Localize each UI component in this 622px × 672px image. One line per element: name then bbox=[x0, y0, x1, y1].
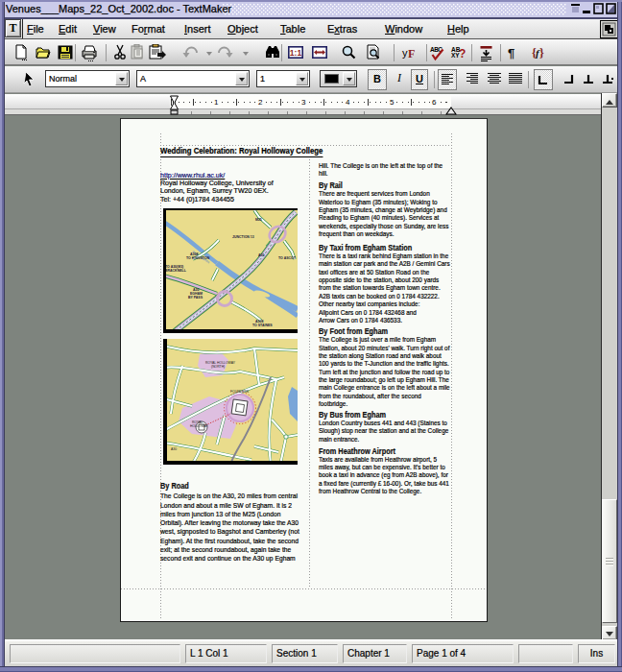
svg-text:TO KINGSTON: TO KINGSTON bbox=[186, 256, 210, 260]
svg-text:}: } bbox=[539, 46, 544, 60]
svg-text:BY PASS: BY PASS bbox=[188, 296, 203, 300]
svg-text:HOLLOWAY: HOLLOWAY bbox=[190, 424, 209, 428]
svg-text:JUNCTION 13: JUNCTION 13 bbox=[232, 235, 254, 239]
svg-text:TO STAINES: TO STAINES bbox=[252, 324, 273, 327]
svg-text:¶: ¶ bbox=[508, 46, 514, 60]
svg-text:M25: M25 bbox=[255, 218, 262, 222]
svg-text:FOUNDERS: FOUNDERS bbox=[230, 390, 250, 394]
svg-text:1:1: 1:1 bbox=[290, 48, 302, 58]
svg-text:A30: A30 bbox=[258, 253, 264, 257]
svg-text:F: F bbox=[408, 47, 415, 60]
svg-text:TO ASCOT: TO ASCOT bbox=[278, 256, 297, 260]
svg-text:A30: A30 bbox=[171, 447, 177, 451]
svg-text:BRACKNELL: BRACKNELL bbox=[165, 269, 187, 273]
svg-text:(NORTH): (NORTH) bbox=[211, 365, 225, 369]
svg-text:?: ? bbox=[459, 47, 466, 60]
